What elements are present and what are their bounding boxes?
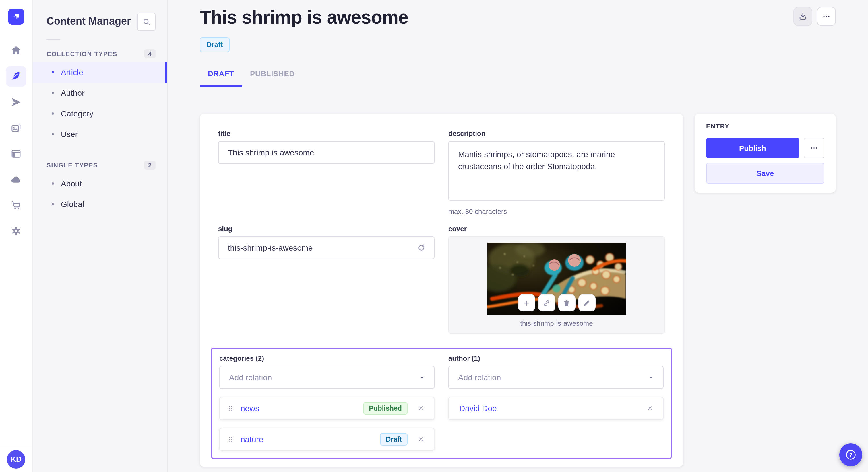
plus-icon (522, 299, 531, 307)
combobox-placeholder: Add relation (458, 373, 501, 382)
description-hint: max. 80 characters (448, 208, 665, 216)
sidebar-item-category[interactable]: Category (33, 103, 167, 124)
relation-status-badge: Draft (380, 433, 408, 446)
description-label: description (448, 130, 665, 138)
strapi-logo-icon (9, 10, 23, 24)
trash-icon (562, 299, 571, 307)
edit-form-panel: title description Mantis shrimps, or sto… (200, 113, 683, 467)
help-button[interactable]: ? (839, 443, 862, 466)
tab-published[interactable]: PUBLISHED (242, 69, 303, 87)
slug-label: slug (218, 225, 435, 233)
entry-panel-title: ENTRY (706, 123, 825, 130)
pencil-icon (582, 299, 591, 307)
sidebar-title: Content Manager (46, 12, 131, 28)
sidebar-item-label: About (61, 179, 82, 188)
home-icon[interactable] (6, 40, 26, 61)
title-input[interactable] (218, 141, 435, 164)
relation-link[interactable]: David Doe (459, 404, 637, 413)
cover-field: cover (448, 225, 665, 334)
drag-handle-icon[interactable] (227, 434, 235, 444)
chevron-down-icon (647, 373, 655, 381)
collection-types-count-badge: 4 (144, 49, 156, 59)
sidebar-item-article[interactable]: Article (33, 62, 167, 82)
drag-handle-icon[interactable] (227, 403, 235, 413)
content-type-builder-icon[interactable] (6, 143, 26, 164)
search-button[interactable] (137, 12, 156, 31)
status-badge: Draft (200, 37, 229, 52)
chevron-down-icon (418, 373, 426, 381)
save-button[interactable]: Save (706, 163, 825, 183)
add-asset-button[interactable] (518, 294, 535, 311)
sidebar-item-label: Global (61, 200, 84, 209)
main-content: This shrimp is awesome Draft DRAFT PUBLI… (167, 0, 868, 472)
delete-asset-button[interactable] (558, 294, 575, 311)
publish-button[interactable]: Publish (706, 138, 799, 158)
copy-link-button[interactable] (538, 294, 555, 311)
releases-icon[interactable] (6, 92, 26, 112)
help-icon: ? (844, 448, 857, 461)
bullet-icon (52, 92, 54, 94)
content-manager-icon[interactable] (6, 66, 26, 87)
sidebar-divider (46, 39, 60, 40)
sidebar-item-author[interactable]: Author (33, 82, 167, 103)
slug-field: slug (218, 225, 435, 259)
version-tabs: DRAFT PUBLISHED (200, 69, 836, 87)
deploy-icon[interactable] (6, 169, 26, 190)
regenerate-slug-button[interactable] (415, 241, 428, 254)
user-avatar[interactable]: KD (7, 450, 25, 468)
relations-highlight-box: categories (2) Add relation (211, 347, 672, 459)
download-button[interactable] (794, 7, 812, 26)
slug-input[interactable] (218, 236, 435, 259)
relation-link[interactable]: nature (241, 435, 374, 444)
remove-relation-button[interactable] (642, 401, 657, 416)
close-icon (417, 404, 425, 412)
collection-types-header: COLLECTION TYPES 4 (33, 43, 167, 62)
strapi-logo[interactable] (8, 9, 24, 25)
sidebar-item-label: Author (61, 88, 85, 98)
sidebar-item-about[interactable]: About (33, 173, 167, 194)
content-manager-sidebar: Content Manager COLLECTION TYPES 4 Artic… (33, 0, 167, 472)
edit-asset-button[interactable] (578, 294, 595, 311)
marketplace-icon[interactable] (6, 195, 26, 216)
bullet-icon (52, 133, 54, 135)
cover-label: cover (448, 225, 665, 233)
svg-text:?: ? (849, 452, 852, 458)
categories-field: categories (2) Add relation (219, 355, 435, 451)
more-options-button[interactable] (817, 7, 836, 26)
cover-actions (518, 294, 595, 311)
combobox-placeholder: Add relation (229, 373, 272, 382)
media-library-icon[interactable] (6, 117, 26, 138)
author-add-relation-combobox[interactable]: Add relation (448, 366, 663, 389)
categories-add-relation-combobox[interactable]: Add relation (219, 366, 435, 389)
page-title: This shrimp is awesome (200, 6, 408, 29)
relation-status-badge: Published (363, 402, 408, 415)
search-icon (142, 17, 151, 26)
entry-more-button[interactable] (804, 138, 825, 158)
more-horizontal-icon (822, 11, 831, 21)
description-textarea[interactable]: Mantis shrimps, or stomatopods, are mari… (448, 141, 665, 201)
author-label: author (1) (448, 355, 663, 363)
sidebar-item-user[interactable]: User (33, 124, 167, 144)
title-field: title (218, 130, 435, 164)
remove-relation-button[interactable] (413, 432, 428, 447)
bullet-icon (52, 112, 54, 115)
title-label: title (218, 130, 435, 138)
tab-draft[interactable]: DRAFT (200, 69, 242, 87)
relation-link[interactable]: news (241, 404, 358, 413)
relation-item-news: news Published (219, 397, 435, 420)
single-types-header: SINGLE TYPES 2 (33, 155, 167, 173)
settings-icon[interactable] (6, 221, 26, 241)
close-icon (417, 435, 425, 443)
cover-filename: this-shrimp-is-awesome (520, 319, 593, 328)
sidebar-item-global[interactable]: Global (33, 194, 167, 214)
app-icon-rail: KD (0, 0, 33, 472)
more-horizontal-icon (809, 143, 818, 153)
single-types-count-badge: 2 (144, 161, 156, 170)
remove-relation-button[interactable] (413, 401, 428, 416)
description-field: description Mantis shrimps, or stomatopo… (448, 130, 665, 216)
link-icon (542, 299, 551, 307)
regenerate-icon (417, 243, 426, 252)
close-icon (646, 404, 654, 412)
bullet-icon (52, 182, 54, 185)
section-label: COLLECTION TYPES (46, 50, 117, 57)
